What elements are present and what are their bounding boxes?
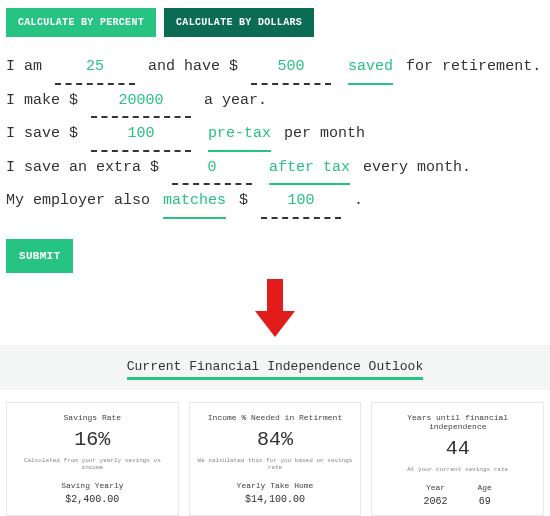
tab-bar: CALCULATE BY PERCENT CALCULATE BY DOLLAR…	[0, 0, 550, 51]
text: .	[354, 192, 363, 209]
card-foot-value: 2062	[423, 496, 447, 507]
submit-button[interactable]: SUBMIT	[6, 239, 73, 273]
matches-link[interactable]: matches	[163, 185, 226, 219]
card-subtext: Calculated from your yearly savings vs i…	[13, 457, 172, 471]
aftertax-link[interactable]: after tax	[269, 152, 350, 186]
card-foot-value: $2,400.00	[65, 494, 119, 505]
card-heading: Income % Needed in Retirment	[196, 413, 355, 422]
arrow-icon	[0, 279, 550, 339]
text: $	[239, 192, 257, 209]
outlook-section: Current Financial Independence Outlook	[0, 345, 550, 390]
text: I am	[6, 58, 51, 75]
card-foot-heading: Age	[477, 483, 491, 492]
text: I save $	[6, 125, 87, 142]
text: a year.	[204, 92, 267, 109]
card-foot-heading: Yearly Take Home	[237, 481, 314, 490]
card-savings-rate: Savings Rate 16% Calculated from your ye…	[6, 402, 179, 516]
tab-dollars[interactable]: CALCULATE BY DOLLARS	[164, 8, 314, 37]
text: I make $	[6, 92, 87, 109]
card-subtext: We calculated this for you based on savi…	[196, 457, 355, 471]
card-income-needed: Income % Needed in Retirment 84% We calc…	[189, 402, 362, 516]
calculator-form: I am 25 and have $ 500 saved for retirem…	[0, 51, 550, 233]
age-input[interactable]: 25	[55, 51, 135, 85]
outlook-title: Current Financial Independence Outlook	[6, 359, 544, 380]
tab-percent[interactable]: CALCULATE BY PERCENT	[6, 8, 156, 37]
text: every month.	[363, 159, 471, 176]
card-foot-value: 69	[479, 496, 491, 507]
card-value: 16%	[13, 428, 172, 451]
saved-link[interactable]: saved	[348, 51, 393, 85]
card-value: 44	[378, 437, 537, 460]
card-foot-value: $14,100.00	[245, 494, 305, 505]
match-input[interactable]: 100	[261, 185, 341, 219]
text: and have $	[148, 58, 247, 75]
pretax-input[interactable]: 100	[91, 118, 191, 152]
text: per month	[284, 125, 365, 142]
card-heading: Savings Rate	[13, 413, 172, 422]
aftertax-input[interactable]: 0	[172, 152, 252, 186]
card-value: 84%	[196, 428, 355, 451]
card-years: Years until financial independence 44 At…	[371, 402, 544, 516]
card-foot-heading: Year	[426, 483, 445, 492]
income-input[interactable]: 20000	[91, 85, 191, 119]
card-heading: Years until financial independence	[378, 413, 537, 431]
card-subtext: At your current savings rate	[378, 466, 537, 473]
cards-row: Savings Rate 16% Calculated from your ye…	[0, 390, 550, 517]
card-foot-heading: Saving Yearly	[61, 481, 123, 490]
text: My employer also	[6, 192, 159, 209]
saved-input[interactable]: 500	[251, 51, 331, 85]
text: for retirement.	[406, 58, 541, 75]
pretax-link[interactable]: pre-tax	[208, 118, 271, 152]
text: I save an extra $	[6, 159, 168, 176]
